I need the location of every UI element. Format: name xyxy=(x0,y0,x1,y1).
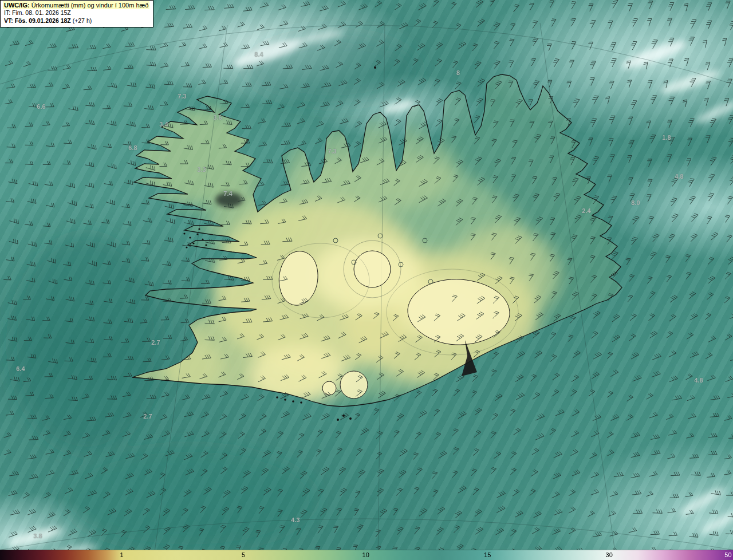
colorbar-label: 30 xyxy=(606,550,613,560)
valid-time: VT: Fös. 09.01.2026 18Z (+27 h) xyxy=(3,17,149,25)
valid-time-bold: VT: Fös. 09.01.2026 18Z xyxy=(4,17,71,24)
colorbar-label: 1 xyxy=(120,550,123,560)
model-label: UWC/IG: xyxy=(4,2,30,9)
colorbar-label: 5 xyxy=(242,550,245,560)
map-overlay xyxy=(0,0,733,560)
colorbar-label: 10 xyxy=(362,550,369,560)
precipitation-colorbar: 1510153050 xyxy=(0,550,733,560)
model-title: UWC/IG: Úrkomumætti (mm) og vindur í 100… xyxy=(3,1,149,9)
forecast-title-box: UWC/IG: Úrkomumætti (mm) og vindur í 100… xyxy=(0,0,153,27)
map-title: Úrkomumætti (mm) og vindur í 100m hæð xyxy=(30,2,149,9)
init-time: IT: Fim. 08. 01. 2026 15Z xyxy=(3,9,149,17)
terrain-shadow-smudge xyxy=(215,192,243,207)
colorbar-label: 50 xyxy=(724,550,731,560)
valid-time-offset: (+27 h) xyxy=(71,17,92,24)
weather-map-viewport: 8.46.67.33.43.66.83.37.47.381.84.88.02.4… xyxy=(0,0,733,560)
colorbar-label: 15 xyxy=(484,550,491,560)
